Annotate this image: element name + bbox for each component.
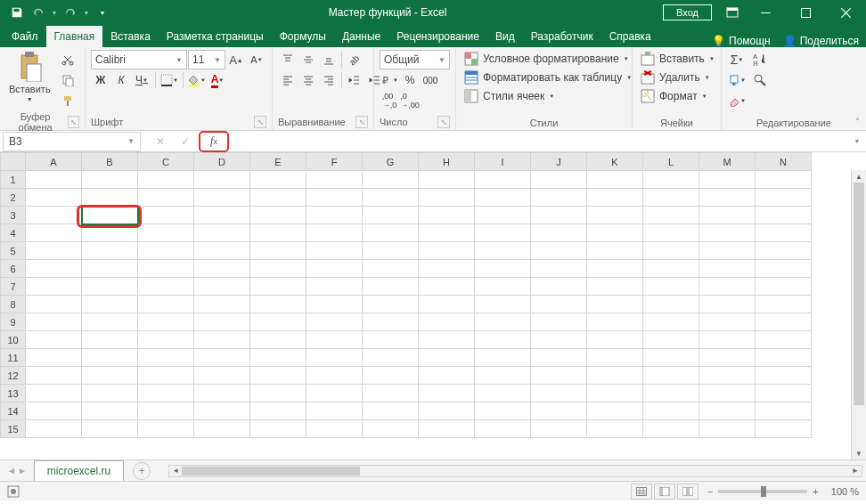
bold-button[interactable]: Ж bbox=[91, 70, 110, 90]
record-macro-icon[interactable] bbox=[7, 485, 20, 498]
cell[interactable] bbox=[643, 349, 699, 367]
column-header[interactable]: L bbox=[643, 153, 699, 171]
horizontal-scrollbar[interactable]: ◄ ► bbox=[168, 465, 862, 477]
column-header[interactable]: J bbox=[531, 153, 587, 171]
cell[interactable] bbox=[26, 260, 82, 278]
cell[interactable] bbox=[82, 207, 138, 224]
cell[interactable] bbox=[194, 242, 250, 260]
cell[interactable] bbox=[250, 207, 306, 224]
comma-button[interactable]: 000 bbox=[421, 70, 440, 90]
cell[interactable] bbox=[250, 349, 306, 367]
cell[interactable] bbox=[26, 402, 82, 420]
select-all-corner[interactable] bbox=[1, 153, 26, 171]
cell[interactable] bbox=[587, 367, 643, 385]
cell[interactable] bbox=[138, 420, 194, 438]
align-top-button[interactable] bbox=[278, 50, 298, 69]
cut-button[interactable] bbox=[58, 50, 78, 69]
decrease-indent-button[interactable] bbox=[345, 70, 364, 90]
cell[interactable] bbox=[643, 278, 699, 296]
cell[interactable] bbox=[419, 278, 475, 296]
decrease-decimal-button[interactable]: ,0→,00 bbox=[400, 91, 420, 110]
cell[interactable] bbox=[82, 331, 138, 349]
cell[interactable] bbox=[419, 420, 475, 438]
cell[interactable] bbox=[26, 189, 82, 207]
cell[interactable] bbox=[756, 420, 812, 438]
cell[interactable] bbox=[82, 313, 138, 331]
cell[interactable] bbox=[363, 296, 419, 313]
cell[interactable] bbox=[363, 260, 419, 278]
cell[interactable] bbox=[643, 313, 699, 331]
cell[interactable] bbox=[306, 349, 363, 367]
cell[interactable] bbox=[699, 189, 756, 207]
maximize-button[interactable] bbox=[786, 0, 826, 25]
cell[interactable] bbox=[419, 296, 475, 313]
tab-developer[interactable]: Разработчик bbox=[523, 26, 601, 47]
cell[interactable] bbox=[699, 420, 756, 438]
align-bottom-button[interactable] bbox=[319, 50, 339, 69]
cell[interactable] bbox=[699, 385, 756, 402]
cell[interactable] bbox=[194, 420, 250, 438]
redo-dropdown-icon[interactable]: ▼ bbox=[82, 3, 91, 22]
undo-dropdown-icon[interactable]: ▼ bbox=[50, 3, 59, 22]
cell[interactable] bbox=[643, 367, 699, 385]
vscroll-thumb[interactable] bbox=[854, 183, 864, 405]
row-header[interactable]: 3 bbox=[1, 207, 26, 224]
cell[interactable] bbox=[26, 349, 82, 367]
cell[interactable] bbox=[26, 242, 82, 260]
cell[interactable] bbox=[475, 278, 531, 296]
cell[interactable] bbox=[82, 420, 138, 438]
scroll-right-button[interactable]: ► bbox=[849, 466, 862, 476]
sheet-prev-button[interactable]: ◄ bbox=[7, 466, 16, 476]
tab-formulas[interactable]: Формулы bbox=[272, 26, 334, 47]
cell[interactable] bbox=[138, 331, 194, 349]
column-header[interactable]: A bbox=[26, 153, 82, 171]
cell[interactable] bbox=[531, 331, 587, 349]
cell[interactable] bbox=[531, 278, 587, 296]
cell-styles-button[interactable]: Стили ячеек▼ bbox=[462, 87, 557, 105]
cell[interactable] bbox=[643, 402, 699, 420]
align-right-button[interactable] bbox=[319, 70, 339, 90]
orientation-button[interactable]: ab bbox=[345, 50, 364, 69]
cell[interactable] bbox=[82, 367, 138, 385]
cell[interactable] bbox=[531, 242, 587, 260]
cell[interactable] bbox=[26, 331, 82, 349]
column-header[interactable]: E bbox=[250, 153, 306, 171]
cell[interactable] bbox=[250, 420, 306, 438]
alignment-launcher[interactable]: ⤡ bbox=[355, 116, 368, 128]
cell[interactable] bbox=[587, 207, 643, 224]
cell[interactable] bbox=[756, 242, 812, 260]
conditional-formatting-button[interactable]: Условное форматирование▼ bbox=[462, 50, 632, 68]
cell[interactable] bbox=[699, 349, 756, 367]
cell[interactable] bbox=[643, 242, 699, 260]
row-header[interactable]: 5 bbox=[1, 242, 26, 260]
autosum-button[interactable]: Σ▼ bbox=[727, 50, 747, 69]
cell[interactable] bbox=[194, 224, 250, 242]
row-header[interactable]: 8 bbox=[1, 296, 26, 313]
cell[interactable] bbox=[363, 171, 419, 189]
minimize-button[interactable] bbox=[746, 0, 786, 25]
cell[interactable] bbox=[194, 278, 250, 296]
cell[interactable] bbox=[82, 296, 138, 313]
cell[interactable] bbox=[250, 189, 306, 207]
cell[interactable] bbox=[643, 189, 699, 207]
cell[interactable] bbox=[643, 296, 699, 313]
cell[interactable] bbox=[587, 331, 643, 349]
cell[interactable] bbox=[699, 171, 756, 189]
cell[interactable] bbox=[306, 420, 363, 438]
cell[interactable] bbox=[306, 296, 363, 313]
zoom-handle[interactable] bbox=[761, 486, 766, 497]
cell[interactable] bbox=[419, 385, 475, 402]
cell[interactable] bbox=[419, 349, 475, 367]
cell[interactable] bbox=[194, 296, 250, 313]
format-painter-button[interactable] bbox=[58, 91, 78, 110]
cell[interactable] bbox=[138, 260, 194, 278]
cell[interactable] bbox=[82, 189, 138, 207]
sheet-next-button[interactable]: ► bbox=[18, 466, 27, 476]
cell[interactable] bbox=[138, 349, 194, 367]
cell[interactable] bbox=[82, 260, 138, 278]
cell[interactable] bbox=[194, 313, 250, 331]
number-format-combo[interactable]: Общий▼ bbox=[380, 50, 450, 69]
cell[interactable] bbox=[475, 224, 531, 242]
cell[interactable] bbox=[138, 242, 194, 260]
cell[interactable] bbox=[531, 296, 587, 313]
